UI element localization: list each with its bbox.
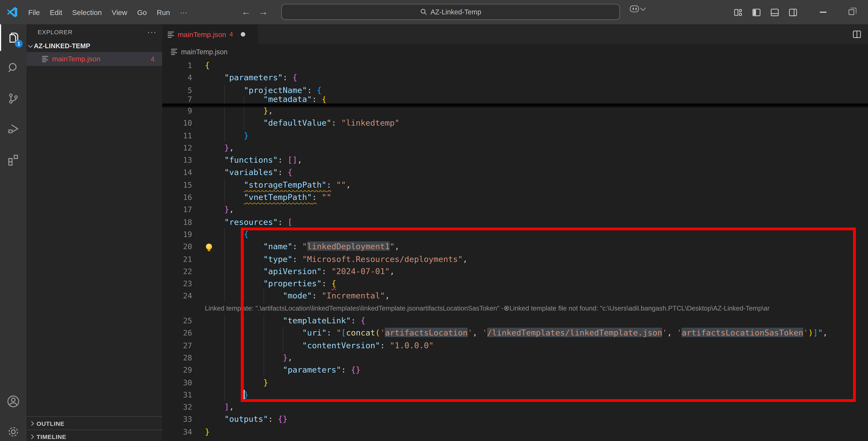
activity-extensions-button[interactable] <box>0 146 27 172</box>
restore-window-button[interactable] <box>845 5 858 19</box>
editor-group: mainTemp.json 4 mainTemp.json 1{4"parame… <box>162 24 868 441</box>
forward-arrow-icon[interactable]: → <box>258 7 268 18</box>
line-number: 31 <box>162 388 192 401</box>
menu-run[interactable]: Run <box>152 6 175 19</box>
menu-more[interactable]: ··· <box>175 6 192 19</box>
indent-guide <box>224 364 225 376</box>
line-number: 32 <box>162 401 192 413</box>
code-token: "linkedtemp" <box>341 118 400 127</box>
account-button[interactable] <box>0 388 27 415</box>
code-line-5[interactable]: 5"projectName": { <box>162 84 868 96</box>
run-debug-icon <box>6 122 21 136</box>
menu-go[interactable]: Go <box>132 6 152 19</box>
code-token: , <box>229 402 234 411</box>
line-number: 22 <box>162 265 192 278</box>
folder-root-item[interactable]: AZ-LINKED-TEMP <box>27 40 162 52</box>
explorer-badge: 1 <box>15 40 23 48</box>
title-bar: File Edit Selection View Go Run ··· ← → … <box>0 0 868 24</box>
code-line-4[interactable]: 4"parameters": { <box>162 71 868 84</box>
menu-edit[interactable]: Edit <box>45 6 67 19</box>
tab-maintemp-json[interactable]: mainTemp.json 4 <box>162 24 258 44</box>
indent-guide <box>224 96 225 103</box>
code-line-11[interactable]: 11} <box>162 129 868 141</box>
breadcrumb-file: mainTemp.json <box>181 48 228 56</box>
indent-guide <box>224 351 225 364</box>
code-token: : <box>278 217 287 226</box>
toggle-secondary-sidebar-button[interactable] <box>786 5 800 19</box>
menu-view[interactable]: View <box>107 6 132 19</box>
line-number: 5 <box>162 84 192 96</box>
indent-guide <box>224 388 225 401</box>
chevron-right-icon <box>29 421 34 426</box>
code-token: , <box>346 180 351 189</box>
indent-guide <box>244 96 244 103</box>
line-number: 13 <box>162 154 192 166</box>
code-token: "parameters" <box>224 73 283 82</box>
code-token: [] <box>287 155 297 164</box>
line-number: 20 <box>162 241 192 253</box>
timeline-label: TIMELINE <box>36 433 66 440</box>
code-line-17[interactable]: 17}, <box>162 203 868 216</box>
code-line-1[interactable]: 1{ <box>162 59 868 71</box>
code-line-14[interactable]: 14"variables": { <box>162 166 868 179</box>
indent-guide <box>224 278 225 290</box>
code-line-12[interactable]: 12}, <box>162 141 868 154</box>
vscode-window: File Edit Selection View Go Run ··· ← → … <box>0 0 868 441</box>
code-line-18[interactable]: 18"resources": [ <box>162 216 868 228</box>
code-token: } <box>244 130 249 140</box>
indent-guide <box>224 117 225 129</box>
copilot-menu[interactable] <box>630 5 645 12</box>
timeline-section-header[interactable]: TIMELINE <box>27 430 162 441</box>
code-line-15[interactable]: 15"storageTempPath": "", <box>162 179 868 191</box>
code-line-16[interactable]: 16"vnetTempPath": "" <box>162 191 868 203</box>
file-item-maintemp-json[interactable]: mainTemp.json 4 <box>27 52 162 66</box>
command-center-search[interactable]: AZ-Linked-Temp <box>281 4 620 20</box>
breadcrumb[interactable]: mainTemp.json <box>162 44 868 59</box>
toggle-panel-button[interactable] <box>768 5 781 19</box>
activity-explorer-button[interactable]: 1 <box>0 24 27 51</box>
modified-dot-icon[interactable] <box>241 32 245 37</box>
indent-guide <box>224 228 225 241</box>
gear-icon <box>6 424 21 439</box>
outline-section-header[interactable]: OUTLINE <box>27 416 162 430</box>
code-token: : <box>268 414 278 423</box>
code-line-13[interactable]: 13"functions": [], <box>162 154 868 166</box>
customize-layout-button[interactable] <box>731 5 745 19</box>
toggle-primary-sidebar-button[interactable] <box>749 5 763 19</box>
minimize-button[interactable] <box>816 5 830 19</box>
activity-search-button[interactable] <box>0 55 27 82</box>
menu-file[interactable]: File <box>23 6 45 19</box>
sticky-partial-line: 7"metadata": { <box>162 96 868 103</box>
explorer-sidebar: EXPLORER ··· AZ-LINKED-TEMP mainTemp.jso… <box>27 24 162 441</box>
activity-run-debug-button[interactable] <box>0 116 27 142</box>
line-number: 10 <box>162 117 192 129</box>
code-line-7[interactable]: 7"metadata": { <box>162 96 868 103</box>
activity-source-control-button[interactable] <box>0 85 27 112</box>
code-editor[interactable]: 1{4"parameters": {5"projectName": {7"met… <box>162 59 868 441</box>
code-line-10[interactable]: 10"defaultValue": "linkedtemp" <box>162 117 868 129</box>
code-line-32[interactable]: 32], <box>162 401 868 413</box>
code-token: "" <box>322 192 332 201</box>
code-token: "storageTempPath" <box>244 180 326 189</box>
explorer-more-actions-button[interactable]: ··· <box>147 28 157 37</box>
indent-guide <box>224 253 225 265</box>
search-icon <box>6 61 21 75</box>
json-file-icon <box>42 55 49 63</box>
line-number: 4 <box>162 71 192 84</box>
manage-gear-button[interactable] <box>0 418 27 441</box>
activity-bar: 1 <box>0 24 27 441</box>
code-line-34[interactable]: 34} <box>162 426 868 438</box>
code-token <box>317 192 322 201</box>
code-token: "resources" <box>224 217 278 226</box>
back-arrow-icon[interactable]: ← <box>242 7 251 18</box>
code-token: { <box>287 167 292 177</box>
menu-selection[interactable]: Selection <box>67 6 107 19</box>
line-number: 18 <box>162 216 192 228</box>
chevron-right-icon <box>29 434 34 439</box>
code-token: : <box>278 155 287 164</box>
indent-guide <box>224 290 225 302</box>
line-number: 15 <box>162 179 192 191</box>
split-editor-button[interactable] <box>852 30 862 39</box>
code-line-33[interactable]: 33"outputs": {} <box>162 413 868 426</box>
line-number: 23 <box>162 278 192 290</box>
